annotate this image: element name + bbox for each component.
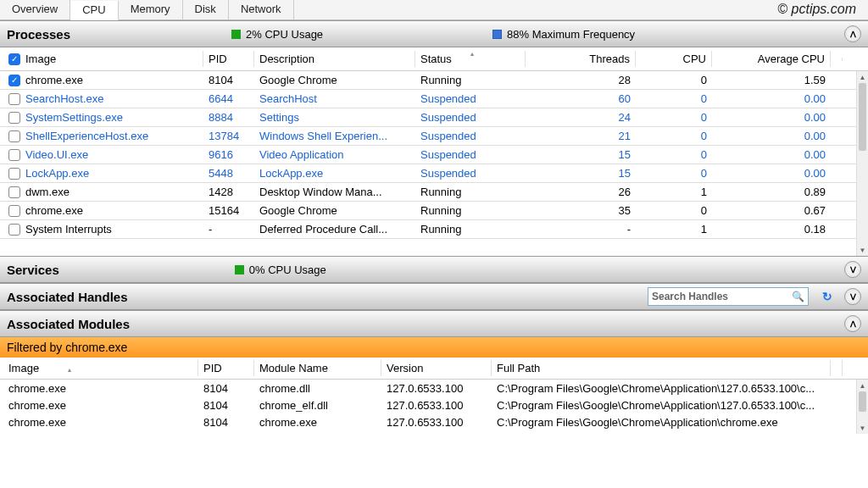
table-row[interactable]: SearchHost.exe6644SearchHostSuspended600… xyxy=(0,90,868,108)
search-handles-input[interactable]: Search Handles 🔍 xyxy=(648,287,809,306)
row-checkbox[interactable] xyxy=(8,130,20,142)
modules-section-header[interactable]: Associated Modules ᐱ xyxy=(0,310,868,337)
scrollbar-thumb[interactable] xyxy=(859,391,866,412)
table-row[interactable]: chrome.exe8104chrome_elf.dll127.0.6533.1… xyxy=(0,396,868,413)
cell-pid: 13784 xyxy=(203,130,254,142)
cell-status: Suspended xyxy=(415,130,526,142)
row-checkbox[interactable] xyxy=(8,149,20,161)
mcol-image[interactable]: Image xyxy=(8,362,39,374)
watermark: © pctips.com xyxy=(777,2,856,17)
table-row[interactable]: chrome.exe15164Google ChromeRunning3500.… xyxy=(0,202,868,220)
tab-cpu[interactable]: CPU xyxy=(70,1,118,20)
row-checkbox[interactable] xyxy=(8,205,20,217)
cell-cpu: 0 xyxy=(636,148,712,161)
cell-image: Video.UI.exe xyxy=(25,148,88,161)
cell-threads: 15 xyxy=(526,167,636,180)
services-section-header[interactable]: Services 0% CPU Usage ᐯ xyxy=(0,256,868,283)
cell-description: Google Chrome xyxy=(254,204,415,217)
processes-collapse-button[interactable]: ᐱ xyxy=(844,25,861,42)
tab-memory[interactable]: Memory xyxy=(119,0,183,19)
modules-scrollbar[interactable]: ▲ ▼ xyxy=(856,380,868,434)
cell-cpu: 0 xyxy=(636,167,712,180)
services-collapse-button[interactable]: ᐯ xyxy=(844,261,861,278)
col-avg-cpu[interactable]: Average CPU xyxy=(712,51,831,67)
cell-status: Suspended xyxy=(415,111,526,124)
max-freq-icon xyxy=(492,30,502,39)
col-cpu[interactable]: CPU xyxy=(636,51,712,67)
table-row[interactable]: dwm.exe1428Desktop Window Mana...Running… xyxy=(0,183,868,202)
tab-network[interactable]: Network xyxy=(229,0,294,19)
table-row[interactable]: chrome.exe8104chrome.exe127.0.6533.100C:… xyxy=(0,413,868,430)
col-threads[interactable]: Threads xyxy=(526,51,636,67)
table-row[interactable]: ✓chrome.exe8104Google ChromeRunning2801.… xyxy=(0,71,868,90)
row-checkbox[interactable] xyxy=(8,224,20,236)
services-cpu-text: 0% CPU Usage xyxy=(249,263,326,276)
cell-status: Suspended xyxy=(415,167,526,180)
handles-title: Associated Handles xyxy=(7,290,128,304)
cpu-usage-icon xyxy=(231,30,241,39)
cell-description: Windows Shell Experien... xyxy=(254,130,415,142)
scroll-up-icon[interactable]: ▲ xyxy=(857,380,868,391)
table-row[interactable]: LockApp.exe5448LockApp.exeSuspended1500.… xyxy=(0,164,868,183)
mcol-module-name[interactable]: Module Name xyxy=(254,360,381,376)
cell-description: Google Chrome xyxy=(254,74,415,86)
search-icon[interactable]: 🔍 xyxy=(792,291,804,302)
cell-pid: 15164 xyxy=(203,204,254,217)
handles-collapse-button[interactable]: ᐯ xyxy=(844,288,861,305)
cell-avg-cpu: 1.59 xyxy=(712,74,831,86)
cell-full-path: C:\Program Files\Google\Chrome\Applicati… xyxy=(492,399,831,412)
mcol-full-path[interactable]: Full Path xyxy=(492,360,831,376)
table-row[interactable]: chrome.exe8104chrome.dll127.0.6533.100C:… xyxy=(0,380,868,396)
col-image[interactable]: Image xyxy=(25,53,56,65)
cell-status: Suspended xyxy=(415,148,526,161)
header-checkbox[interactable]: ✓ xyxy=(8,53,20,65)
cell-pid: 8884 xyxy=(203,111,254,124)
cell-pid: 8104 xyxy=(198,382,254,395)
module-column-headers[interactable]: Image ▴ PID Module Name Version Full Pat… xyxy=(0,358,868,380)
scroll-up-icon[interactable]: ▲ xyxy=(857,71,868,83)
cell-status: Running xyxy=(415,74,526,86)
row-checkbox[interactable]: ✓ xyxy=(8,75,20,86)
scrollbar-thumb[interactable] xyxy=(859,83,866,151)
modules-collapse-button[interactable]: ᐱ xyxy=(844,315,861,332)
scroll-down-icon[interactable]: ▼ xyxy=(857,244,868,256)
table-row[interactable]: System Interrupts-Deferred Procedure Cal… xyxy=(0,220,868,239)
cell-pid: 8104 xyxy=(198,399,254,412)
table-row[interactable]: Video.UI.exe9616Video ApplicationSuspend… xyxy=(0,146,868,164)
processes-section-header[interactable]: Processes 2% CPU Usage 88% Maximum Frequ… xyxy=(0,20,868,47)
filter-bar: Filtered by chrome.exe xyxy=(0,337,868,358)
tab-overview[interactable]: Overview xyxy=(0,0,70,19)
cell-description: Settings xyxy=(254,111,415,124)
cell-image: ShellExperienceHost.exe xyxy=(25,130,148,142)
cell-image: chrome.exe xyxy=(25,74,83,86)
handles-section-header[interactable]: Associated Handles Search Handles 🔍 ↻ ᐯ xyxy=(0,283,868,310)
cell-pid: 1428 xyxy=(203,186,254,198)
cell-image: chrome.exe xyxy=(25,204,83,217)
row-checkbox[interactable] xyxy=(8,168,20,180)
refresh-icon[interactable]: ↻ xyxy=(822,290,832,303)
table-row[interactable]: SystemSettings.exe8884SettingsSuspended2… xyxy=(0,108,868,127)
cell-description: Desktop Window Mana... xyxy=(254,186,415,198)
mcol-version[interactable]: Version xyxy=(381,360,492,376)
process-column-headers[interactable]: ✓ Image PID Description Status ▴ Threads… xyxy=(0,47,868,71)
row-checkbox[interactable] xyxy=(8,186,20,198)
col-description[interactable]: Description xyxy=(254,51,415,67)
modules-title: Associated Modules xyxy=(7,317,130,331)
row-checkbox[interactable] xyxy=(8,112,20,124)
process-scrollbar[interactable]: ▲ ▼ xyxy=(856,71,868,256)
chevron-down-icon: ᐯ xyxy=(850,292,856,302)
services-title: Services xyxy=(7,263,59,277)
cell-cpu: 0 xyxy=(636,92,712,105)
scroll-down-icon[interactable]: ▼ xyxy=(857,422,868,434)
mcol-pid[interactable]: PID xyxy=(198,360,254,376)
cell-threads: 60 xyxy=(526,92,636,105)
col-pid[interactable]: PID xyxy=(203,51,254,67)
row-checkbox[interactable] xyxy=(8,93,20,105)
col-status[interactable]: Status xyxy=(420,53,452,65)
table-row[interactable]: ShellExperienceHost.exe13784Windows Shel… xyxy=(0,127,868,146)
cell-avg-cpu: 0.67 xyxy=(712,204,831,217)
cell-cpu: 0 xyxy=(636,74,712,86)
max-freq-text: 88% Maximum Frequency xyxy=(507,28,635,41)
cell-avg-cpu: 0.00 xyxy=(712,130,831,142)
tab-disk[interactable]: Disk xyxy=(183,0,229,19)
